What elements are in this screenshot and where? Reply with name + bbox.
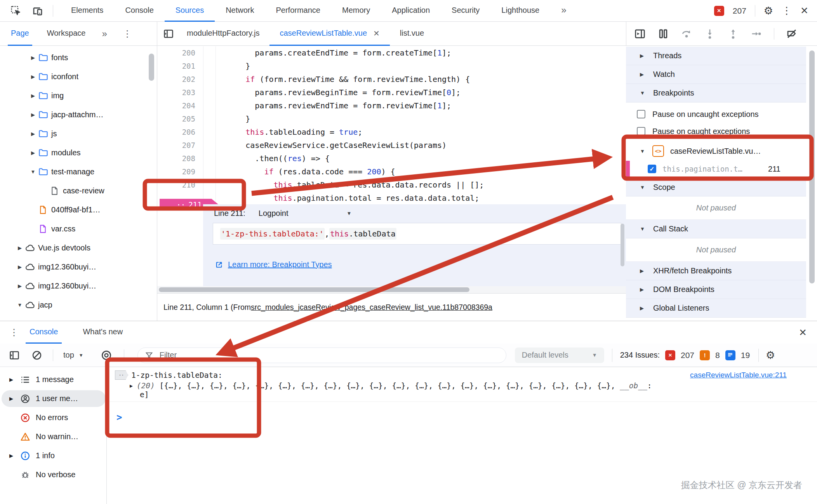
breakpoint-gutter[interactable]	[203, 139, 216, 152]
logpoint-expression-input[interactable]: '1-zp-this.tableData:', this.tableData	[213, 223, 621, 245]
breakpoint-gutter[interactable]	[203, 73, 216, 86]
code-text[interactable]: this.pagination.total = res.data.data.to…	[216, 193, 479, 203]
pause-caught-row[interactable]: Pause on caught exceptions	[626, 123, 806, 140]
breakpoint-gutter[interactable]	[203, 112, 216, 125]
tree-item-iconfont[interactable]: ▶iconfont	[0, 67, 157, 86]
console-filter-no-verbose[interactable]: No verbose	[0, 465, 106, 484]
chevron-right-icon[interactable]: ▶	[8, 377, 15, 382]
line-number[interactable]: 207	[157, 141, 203, 149]
kebab-menu-icon[interactable]: ⋮	[123, 28, 132, 39]
line-number[interactable]: 200	[157, 49, 203, 57]
close-drawer-icon[interactable]: ✕	[799, 327, 807, 338]
more-tabs-icon[interactable]: »	[550, 0, 577, 22]
chevron-right-icon[interactable]: ▶	[8, 453, 15, 459]
error-count[interactable]: 207	[733, 6, 746, 16]
code-text[interactable]: this.tableData = res.data.data.records |…	[216, 180, 484, 189]
code-text[interactable]: params.reviewEndTime = form.reviewTime[1…	[216, 101, 451, 110]
line-number[interactable]: 209	[157, 167, 203, 176]
section-threads[interactable]: ▶ Threads	[626, 47, 806, 65]
tree-item-test-manage[interactable]: ▼test-manage	[0, 162, 157, 181]
tree-item-case-review[interactable]: case-review	[0, 181, 157, 200]
line-number[interactable]: 206	[157, 128, 203, 136]
clear-console-icon[interactable]	[31, 349, 43, 361]
tab-console[interactable]: Console	[26, 321, 62, 344]
tree-item-vue-js-devtools[interactable]: ▶Vue.js devtools	[0, 238, 157, 257]
tree-item-modules[interactable]: ▶modules	[0, 143, 157, 162]
device-toolbar-icon[interactable]	[32, 5, 43, 17]
tree-item-js[interactable]: ▶js	[0, 124, 157, 143]
close-devtools-icon[interactable]: ✕	[800, 5, 808, 16]
issues-summary[interactable]: 234 Issues: ✕ 207 ! 8 19	[620, 350, 750, 360]
code-text[interactable]: }	[216, 114, 250, 123]
section-breakpoints[interactable]: ▼ Breakpoints	[626, 84, 806, 103]
show-console-sidebar-icon[interactable]	[9, 349, 20, 361]
line-number[interactable]: 202	[157, 75, 203, 83]
console-filter-1-info[interactable]: ▶1 info	[0, 446, 106, 465]
scrollbar-thumb[interactable]	[159, 287, 469, 292]
breakpoint-type-dropdown[interactable]: Logpoint ▼	[259, 209, 352, 218]
section-call-stack[interactable]: ▼ Call Stack	[626, 220, 806, 238]
logpoint-entry-row[interactable]: ✓ this.pagination.t… 211	[626, 160, 806, 178]
section-watch[interactable]: ▶ Watch	[626, 65, 806, 84]
breakpoint-gutter[interactable]	[203, 125, 216, 139]
section-xhr-breakpoints[interactable]: ▶ XHR/fetch Breakpoints	[626, 262, 806, 280]
sidebar-scrollbar[interactable]	[809, 50, 815, 283]
code-text[interactable]: caseReviewService.getCaseReviewList(para…	[216, 141, 447, 150]
breakpoint-gutter[interactable]	[203, 99, 216, 112]
console-filter-1-user-me-[interactable]: ▶1 user me…	[0, 389, 106, 408]
file-tab-casereviewlisttable[interactable]: caseReviewListTable.vue ✕	[269, 22, 389, 46]
tab-security[interactable]: Security	[441, 0, 490, 22]
tree-item-img12-360buyi-[interactable]: ▶img12.360buyi…	[0, 276, 157, 295]
checkbox-unchecked[interactable]	[637, 127, 645, 136]
file-tab-modulehttpfactory[interactable]: moduleHttpFactory.js	[177, 22, 269, 46]
chevron-right-icon[interactable]: ▶	[28, 112, 38, 118]
more-tabs-icon[interactable]: »	[102, 28, 107, 39]
line-number[interactable]: 201	[157, 62, 203, 70]
learn-more-link[interactable]: Learn more: Breakpoint Types	[215, 260, 332, 269]
section-scope[interactable]: ▼ Scope	[626, 178, 806, 196]
tree-item-jacp[interactable]: ▼jacp	[0, 295, 157, 315]
console-prompt[interactable]: >	[107, 412, 817, 423]
navigator-scrollbar[interactable]	[149, 54, 154, 81]
inspect-element-icon[interactable]	[10, 5, 22, 17]
console-filter-input[interactable]: Filter	[137, 348, 506, 363]
tab-whats-new[interactable]: What's new	[79, 321, 127, 344]
chevron-right-icon[interactable]: ▶	[28, 93, 38, 99]
tab-network[interactable]: Network	[215, 0, 265, 22]
code-text[interactable]: params.reviewBeginTime = form.reviewTime…	[216, 88, 461, 97]
chevron-right-icon[interactable]: ▶	[8, 396, 15, 401]
chevron-right-icon[interactable]: ▶	[15, 245, 25, 251]
pause-uncaught-row[interactable]: Pause on uncaught exceptions	[626, 106, 806, 123]
tab-page[interactable]: Page	[8, 22, 32, 46]
tab-console[interactable]: Console	[114, 0, 164, 22]
code-text[interactable]: .then((res) => {	[216, 154, 330, 163]
console-settings-gear-icon[interactable]: ⚙	[766, 349, 775, 361]
pause-script-icon[interactable]	[657, 28, 669, 40]
breakpoint-gutter[interactable]	[203, 59, 216, 73]
show-debug-sidebar-icon[interactable]	[634, 28, 646, 40]
tree-item-var-css[interactable]: var.css	[0, 219, 157, 238]
source-location-link[interactable]: caseReviewListTable.vue:211	[690, 371, 787, 379]
hide-navigator-icon[interactable]	[163, 28, 174, 40]
code-text[interactable]: params.createEndTime = form.createTime[1…	[216, 48, 451, 57]
file-tab-list[interactable]: list.vue	[390, 22, 434, 46]
line-number[interactable]: 204	[157, 101, 203, 110]
chevron-right-icon[interactable]: ▶	[15, 264, 25, 270]
breakpoint-gutter[interactable]	[203, 178, 216, 191]
expand-triangle-icon[interactable]: ▶	[130, 383, 133, 389]
live-expression-eye-icon[interactable]	[101, 349, 112, 361]
tab-memory[interactable]: Memory	[331, 0, 381, 22]
chevron-right-icon[interactable]: ▶	[28, 74, 38, 80]
kebab-menu-icon[interactable]: ⋮	[9, 327, 19, 338]
deactivate-breakpoints-icon[interactable]	[786, 28, 798, 40]
breakpoint-gutter[interactable]	[203, 86, 216, 99]
panel-scrollbar[interactable]	[621, 224, 624, 266]
chevron-right-icon[interactable]: ▶	[28, 55, 38, 61]
tab-application[interactable]: Application	[381, 0, 441, 22]
breakpoint-gutter[interactable]	[203, 152, 216, 165]
breakpoint-gutter[interactable]	[203, 46, 216, 59]
line-number[interactable]: 210	[157, 181, 203, 189]
line-number[interactable]: 203	[157, 88, 203, 97]
tree-item-img12-360buyi-[interactable]: ▶img12.360buyi…	[0, 257, 157, 276]
console-filter-no-warnin-[interactable]: No warnin…	[0, 427, 106, 446]
